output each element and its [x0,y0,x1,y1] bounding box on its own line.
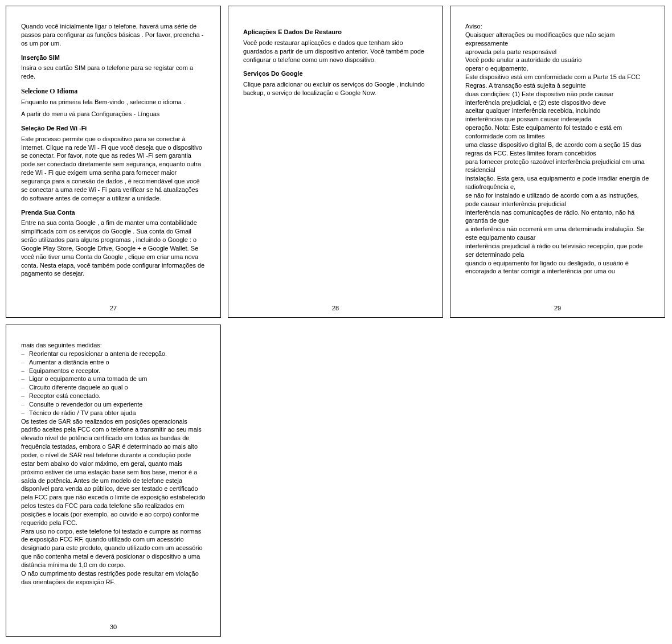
page-content: Quando você inicialmente ligar o telefon… [21,22,206,298]
section-heading: Serviços Do Google [243,69,428,78]
paragraph: interferência prejudicial, e (2) este di… [465,99,650,107]
bullet-text: Receptor está conectado. [29,392,100,400]
bullet-dash-icon: – [21,358,29,367]
paragraph: Este dispositivo está em conformidade co… [465,73,650,81]
paragraph: Enquanto na primeira tela Bem-vindo , se… [21,98,206,106]
page-number: 28 [228,304,442,313]
paragraph: a interferência não ocorrerá em uma dete… [465,225,650,242]
bullet-item: –Ligar o equipamento a uma tomada de um [21,375,206,383]
bullet-text: Consulte o revendedor ou um experiente [29,400,142,409]
section-heading: Seleção De Red Wi -Fi [21,124,206,133]
bullet-dash-icon: – [21,409,29,417]
bullet-text: Reorientar ou reposicionar a antena de r… [29,350,167,358]
bullet-dash-icon: – [21,400,29,409]
bullet-text: Técnico de rádio / TV para obter ajuda [29,409,136,417]
bullet-text: Ligar o equipamento a uma tomada de um [29,375,147,383]
bullet-text: Equipamentos e receptor. [29,367,100,375]
section-heading: Prenda Sua Conta [21,208,206,217]
paragraph: Quaisquer alterações ou modificações que… [465,31,650,48]
bullet-item: –Aumentar a distância entre o [21,358,206,367]
paragraph: aceitar qualquer interferência recebida,… [465,106,650,115]
bullet-dash-icon: – [21,392,29,400]
bullet-item: –Técnico de rádio / TV para obter ajuda [21,409,206,417]
paragraph: operar o equipamento. [465,64,650,73]
paragraph: O não cumprimento destas restrições pode… [21,569,206,586]
bullet-item: –Circuito diferente daquele ao qual o [21,383,206,392]
bullet-dash-icon: – [21,375,29,383]
paragraph: Regras. A transação está sujeita à segui… [465,81,650,90]
bullet-dash-icon: – [21,350,29,358]
page: Aviso:Quaisquer alterações ou modificaçõ… [450,6,665,318]
page-number: 27 [6,304,220,313]
paragraph: para fornecer proteção razoável interfer… [465,158,650,175]
paragraph: A partir do menu vá para Configurações -… [21,110,206,118]
paragraph: instalação. Esta gera, usa equipamento e… [465,174,650,191]
bullet-dash-icon: – [21,367,29,375]
paragraph: interferências que possam causar indesej… [465,115,650,124]
bullet-text: Circuito diferente daquele ao qual o [29,383,128,392]
bullet-text: Aumentar a distância entre o [29,358,109,367]
paragraph: uma classe dispositivo digital B, de aco… [465,141,650,158]
page: mais das seguintes medidas:–Reorientar o… [6,325,221,637]
page-number: 30 [6,623,220,631]
section-heading: Selecione O Idioma [21,87,206,96]
page-content: Aplicações E Dados De RestauroVocê pode … [243,22,428,298]
page-number: 29 [450,304,665,313]
paragraph: Entre na sua conta Google , a fim de man… [21,219,206,278]
bullet-dash-icon: – [21,383,29,392]
paragraph: Quando você inicialmente ligar o telefon… [21,22,206,48]
bullet-item: –Equipamentos e receptor. [21,367,206,375]
paragraph: Clique para adicionar ou excluir os serv… [243,80,428,97]
paragraph: interferência prejudicial à rádio ou tel… [465,242,650,259]
paragraph: mais das seguintes medidas: [21,341,206,350]
paragraph: aprovada pela parte responsável [465,48,650,56]
paragraph: se não for instalado e utilizado de acor… [465,191,650,208]
paragraph: quando o equipamento for ligado ou desli… [465,259,650,276]
section-heading: Inserção SIM [21,54,206,62]
paragraph: Você pode anular a autoridade do usuário [465,56,650,64]
page-content: Aviso:Quaisquer alterações ou modificaçõ… [465,22,650,298]
paragraph: duas condições: (1) Este dispositivo não… [465,90,650,99]
bullet-item: –Consulte o revendedor ou um experiente [21,400,206,409]
section-heading: Aplicações E Dados De Restauro [243,28,428,36]
paragraph: Insira o seu cartão SIM para o telefone … [21,64,206,81]
paragraph: Aviso: [465,22,650,31]
pages-container: Quando você inicialmente ligar o telefon… [6,6,666,637]
paragraph: Este processo permite que o dispositivo … [21,135,206,203]
bullet-item: –Reorientar ou reposicionar a antena de … [21,350,206,358]
paragraph: Para uso no corpo, este telefone foi tes… [21,527,206,569]
page-content: mais das seguintes medidas:–Reorientar o… [21,341,206,617]
page: Aplicações E Dados De RestauroVocê pode … [228,6,443,318]
page: Quando você inicialmente ligar o telefon… [6,6,221,318]
paragraph: Você pode restaurar aplicações e dados q… [243,39,428,64]
paragraph: interferência nas comunicações de rádio.… [465,208,650,225]
paragraph: Os testes de SAR são realizados em posiç… [21,417,206,527]
paragraph: operação. Nota: Este equipamento foi tes… [465,124,650,141]
bullet-item: –Receptor está conectado. [21,392,206,400]
